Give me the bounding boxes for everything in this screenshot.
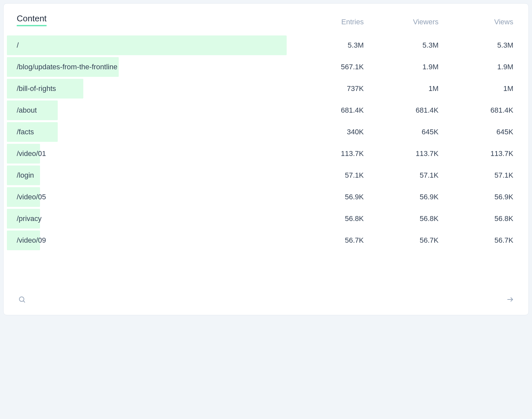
row-label: /about bbox=[17, 106, 291, 115]
header-content-col: Content bbox=[17, 13, 291, 26]
row-entries: 567.1K bbox=[291, 63, 366, 71]
row-views: 56.9K bbox=[440, 193, 515, 201]
row-views: 645K bbox=[440, 128, 515, 136]
row-views: 1.9M bbox=[440, 63, 515, 71]
next-page-button[interactable] bbox=[505, 294, 515, 306]
search-icon bbox=[18, 296, 26, 304]
search-button[interactable] bbox=[17, 294, 27, 306]
row-label: /privacy bbox=[17, 214, 291, 223]
row-entries: 737K bbox=[291, 84, 366, 93]
row-content: /facts340K645K645K bbox=[7, 128, 515, 136]
row-entries: 340K bbox=[291, 128, 366, 136]
table-row[interactable]: /login57.1K57.1K57.1K bbox=[7, 165, 515, 185]
table-row[interactable]: /privacy56.8K56.8K56.8K bbox=[7, 209, 515, 229]
column-header-content[interactable]: Content bbox=[17, 13, 47, 26]
row-entries: 113.7K bbox=[291, 149, 366, 158]
row-viewers: 1M bbox=[366, 84, 440, 93]
row-content: /about681.4K681.4K681.4K bbox=[7, 106, 515, 115]
row-viewers: 57.1K bbox=[366, 171, 440, 180]
row-content: /bill-of-rights737K1M1M bbox=[7, 84, 515, 93]
arrow-right-icon bbox=[506, 296, 514, 304]
row-entries: 57.1K bbox=[291, 171, 366, 180]
row-label: /bill-of-rights bbox=[17, 84, 291, 93]
row-viewers: 5.3M bbox=[366, 41, 440, 50]
row-entries: 681.4K bbox=[291, 106, 366, 115]
row-viewers: 56.9K bbox=[366, 193, 440, 201]
row-content: /blog/updates-from-the-frontline567.1K1.… bbox=[7, 63, 515, 71]
row-entries: 5.3M bbox=[291, 41, 366, 50]
row-views: 681.4K bbox=[440, 106, 515, 115]
column-header-views[interactable]: Views bbox=[440, 18, 515, 26]
row-label: /video/05 bbox=[17, 193, 291, 201]
row-entries: 56.8K bbox=[291, 214, 366, 223]
row-views: 57.1K bbox=[440, 171, 515, 180]
row-content: /privacy56.8K56.8K56.8K bbox=[7, 214, 515, 223]
card-footer bbox=[17, 285, 515, 306]
column-header-viewers[interactable]: Viewers bbox=[366, 18, 440, 26]
table-row[interactable]: /facts340K645K645K bbox=[7, 122, 515, 142]
row-views: 5.3M bbox=[440, 41, 515, 50]
table-row[interactable]: /blog/updates-from-the-frontline567.1K1.… bbox=[7, 57, 515, 77]
content-analytics-card: Content Entries Viewers Views /5.3M5.3M5… bbox=[3, 3, 529, 315]
row-content: /login57.1K57.1K57.1K bbox=[7, 171, 515, 180]
table-row[interactable]: /video/0956.7K56.7K56.7K bbox=[7, 231, 515, 250]
row-content: /video/0556.9K56.9K56.9K bbox=[7, 193, 515, 201]
row-content: /video/01113.7K113.7K113.7K bbox=[7, 149, 515, 158]
row-viewers: 113.7K bbox=[366, 149, 440, 158]
row-content: /5.3M5.3M5.3M bbox=[7, 41, 515, 50]
row-label: /blog/updates-from-the-frontline bbox=[17, 63, 291, 71]
row-viewers: 1.9M bbox=[366, 63, 440, 71]
table-row[interactable]: /video/0556.9K56.9K56.9K bbox=[7, 187, 515, 207]
table-row[interactable]: /video/01113.7K113.7K113.7K bbox=[7, 144, 515, 164]
table-row[interactable]: /bill-of-rights737K1M1M bbox=[7, 79, 515, 99]
row-entries: 56.7K bbox=[291, 236, 366, 245]
svg-point-0 bbox=[19, 297, 24, 301]
table-header: Content Entries Viewers Views bbox=[17, 13, 515, 26]
row-views: 1M bbox=[440, 84, 515, 93]
row-entries: 56.9K bbox=[291, 193, 366, 201]
row-viewers: 56.7K bbox=[366, 236, 440, 245]
table-row[interactable]: /about681.4K681.4K681.4K bbox=[7, 100, 515, 120]
row-views: 56.7K bbox=[440, 236, 515, 245]
row-viewers: 645K bbox=[366, 128, 440, 136]
table-body: /5.3M5.3M5.3M/blog/updates-from-the-fron… bbox=[7, 35, 515, 250]
row-label: /facts bbox=[17, 128, 291, 136]
row-label: /video/09 bbox=[17, 236, 291, 245]
table-row[interactable]: /5.3M5.3M5.3M bbox=[7, 35, 515, 55]
svg-line-1 bbox=[23, 301, 25, 302]
row-views: 56.8K bbox=[440, 214, 515, 223]
row-label: /video/01 bbox=[17, 149, 291, 158]
column-header-entries[interactable]: Entries bbox=[291, 18, 366, 26]
row-content: /video/0956.7K56.7K56.7K bbox=[7, 236, 515, 245]
row-label: / bbox=[17, 41, 291, 50]
row-label: /login bbox=[17, 171, 291, 180]
row-views: 113.7K bbox=[440, 149, 515, 158]
row-viewers: 56.8K bbox=[366, 214, 440, 223]
row-viewers: 681.4K bbox=[366, 106, 440, 115]
